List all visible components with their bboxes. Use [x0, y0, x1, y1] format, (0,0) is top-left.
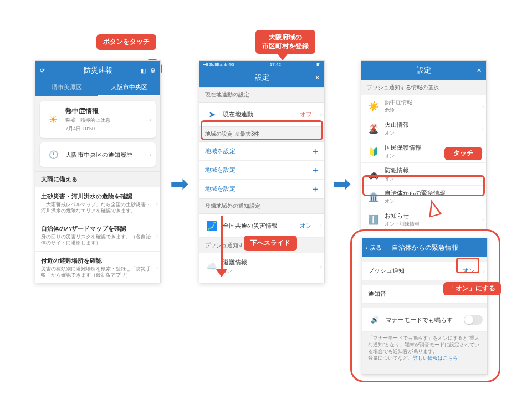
tab-region-0[interactable]: 堺市美原区	[35, 80, 98, 96]
statusbar: ••ll SoftBank 4G 17:42 ◧	[200, 61, 324, 68]
row-notice[interactable]: ℹ️お知らせオン・訓練情報›	[361, 208, 486, 231]
callout-slide-down: 下へスライド	[244, 236, 297, 251]
plus-icon: ＋	[311, 183, 320, 195]
phone-1-home: ⟳ 防災速報 ◧ ⚙ 堺市美原区 大阪市中央区 ☀ 熱中症情報 警戒：積極的に休…	[35, 60, 161, 283]
plus-icon: ＋	[311, 145, 320, 157]
heat-sub1: 警戒：積極的に休息	[65, 117, 110, 124]
sec-current: 現在地連動の設定	[200, 87, 324, 103]
sec-outside: 登録地域外の通知設定	[200, 198, 324, 214]
prepare-row-0[interactable]: 土砂災害・河川洪水の危険を確認「大雨警戒レベルマップ」なら全国の土砂災害・河川洪…	[35, 187, 160, 219]
row-add-region-2[interactable]: 地域を設定＋	[200, 180, 324, 198]
sound-icon: 🔊	[368, 313, 381, 326]
row-add-region-0[interactable]: 地域を設定＋	[200, 142, 324, 161]
callout-touch: タッチ	[444, 147, 482, 160]
chevron-right-icon: ›	[156, 264, 158, 270]
header: ‹ 戻る 自治体からの緊急情報	[362, 238, 487, 257]
sun-icon: ☀️	[367, 100, 380, 113]
history-card[interactable]: 🕒 大阪市中央区の通知履歴 ›	[40, 142, 156, 167]
detail-link[interactable]: 詳しい情報はこちら	[413, 355, 458, 361]
callout-touch-button: ボタンをタッチ	[96, 34, 156, 50]
prepare-row-2[interactable]: 付近の避難場所を確認災害の種類別に避難場所を検索・登録し「防災手帳」から確認でき…	[35, 252, 160, 283]
row-volcano[interactable]: 🌋火山情報オン›	[361, 117, 486, 140]
callout-pointer-icon	[275, 50, 290, 60]
heat-title: 熱中症情報	[65, 106, 110, 116]
app-title: 防災速報	[84, 65, 112, 75]
chevron-right-icon: ›	[150, 116, 151, 122]
gear-icon[interactable]: ⚙	[150, 67, 156, 74]
row-add-region-1[interactable]: 地域を設定＋	[200, 161, 324, 180]
chevron-right-icon: ›	[156, 200, 158, 206]
arrow-right-icon: ➡	[332, 171, 351, 196]
marker-add-region	[201, 120, 323, 140]
japan-map-icon: 🗾	[205, 219, 218, 232]
prepare-row-1[interactable]: 自治体のハザードマップを確認身の回りの災害リスクを確認できます。（各自治体のサイ…	[35, 219, 160, 252]
location-arrow-icon: ➤	[205, 108, 218, 121]
chevron-right-icon: ›	[320, 223, 322, 229]
note-text: 「マナーモードでも鳴らす」をオンにすると"重大な通知"となり、端末が消音モードに…	[368, 335, 479, 354]
toggle-switch[interactable]	[464, 315, 483, 325]
sec-push: プッシュ通知する情報の選択	[361, 80, 486, 95]
callout-set-on: 「オン」にする	[443, 282, 501, 295]
header: ⟳ 防災速報 ◧ ⚙	[35, 61, 160, 80]
region-tabs: 堺市美原区 大阪市中央区	[35, 80, 160, 96]
chevron-right-icon: ›	[320, 111, 322, 117]
volcano-icon: 🌋	[367, 122, 380, 135]
phone-3-settings-scroll: 設定 ✕ プッシュ通知する情報の選択 ☀️熱中症情報危険› 🌋火山情報オン› 🔰…	[361, 60, 487, 231]
header: 設定 ✕	[200, 68, 324, 87]
speaker-icon: 🔰	[367, 145, 380, 158]
row-national[interactable]: 🗾 全国共通の災害情報 オン ›	[200, 214, 324, 238]
back-button[interactable]: ‹ 戻る	[366, 244, 382, 252]
chevron-right-icon: ›	[483, 268, 485, 274]
heat-card[interactable]: ☀ 熱中症情報 警戒：積極的に休息 7月4日 10:50 ›	[40, 101, 156, 138]
tab-region-1[interactable]: 大阪市中央区	[98, 80, 161, 96]
heat-sub2: 7月4日 10:50	[65, 125, 110, 132]
refresh-icon[interactable]: ⟳	[40, 67, 45, 74]
history-icon: 🕒	[45, 147, 61, 162]
arrow-right-icon: ➡	[170, 171, 189, 196]
plus-icon: ＋	[311, 164, 320, 176]
chevron-right-icon: ›	[156, 232, 158, 238]
header: 設定 ✕	[361, 61, 486, 80]
bubble: ‹ 戻る 自治体からの緊急情報 プッシュ通知 オン › 通知音 › 🔊 マナーモ…	[350, 229, 500, 382]
info-icon: ℹ️	[367, 213, 380, 226]
row-manner-mode[interactable]: 🔊 マナーモードでも鳴らす	[362, 308, 487, 332]
chevron-right-icon: ›	[150, 152, 151, 158]
sun-icon: ☀	[45, 112, 61, 127]
arrow-down-icon	[221, 216, 223, 272]
marker-on-value	[456, 258, 479, 273]
close-icon[interactable]: ✕	[477, 67, 482, 74]
push-row-1[interactable]: 🏠地震情報震度4以上›	[200, 279, 324, 283]
marker-municipal-row	[362, 175, 485, 196]
close-icon[interactable]: ✕	[315, 74, 320, 81]
history-label: 大阪市中央区の通知履歴	[65, 151, 132, 159]
row-heat[interactable]: ☀️熱中症情報危険›	[361, 95, 486, 117]
location-icon[interactable]: ◧	[140, 67, 146, 74]
prepare-header: 大雨に備える	[35, 171, 160, 187]
